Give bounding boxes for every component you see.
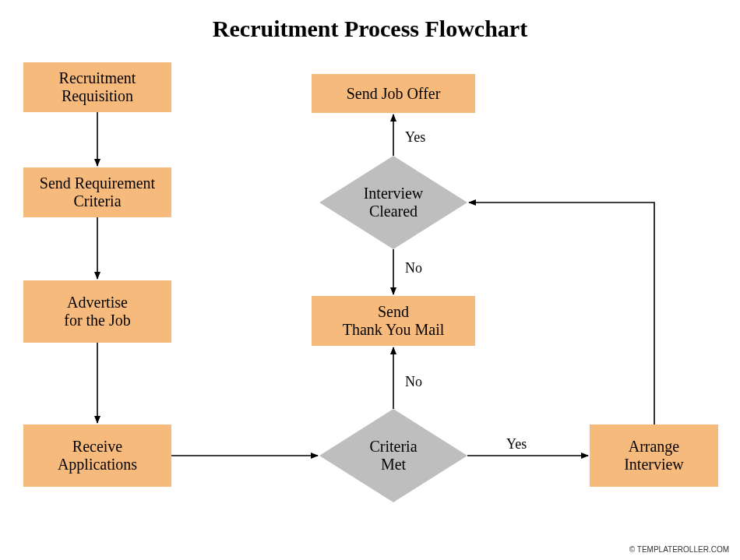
edge-label-interview-cleared-yes: Yes	[405, 129, 425, 146]
edge-label-criteria-met-yes: Yes	[506, 436, 527, 453]
node-send-thank-you-mail: Send Thank You Mail	[312, 296, 475, 346]
node-receive-applications: Receive Applications	[23, 424, 171, 487]
node-arrange-interview: Arrange Interview	[590, 424, 718, 487]
node-criteria-met: Criteria Met	[319, 409, 467, 502]
node-recruitment-requisition: Recruitment Requisition	[23, 62, 171, 112]
node-send-requirement-criteria: Send Requirement Criteria	[23, 167, 171, 217]
edge-label-criteria-met-no: No	[405, 374, 422, 390]
footer-credit: © TEMPLATEROLLER.COM	[629, 545, 729, 554]
node-send-job-offer: Send Job Offer	[312, 74, 475, 113]
node-criteria-met-label: Criteria Met	[319, 409, 467, 502]
edge-label-interview-cleared-no: No	[405, 260, 422, 276]
node-interview-cleared-label: Interview Cleared	[319, 156, 467, 249]
node-advertise-for-the-job: Advertise for the Job	[23, 280, 171, 343]
page-title: Recruitment Process Flowchart	[0, 16, 740, 42]
node-interview-cleared: Interview Cleared	[319, 156, 467, 249]
